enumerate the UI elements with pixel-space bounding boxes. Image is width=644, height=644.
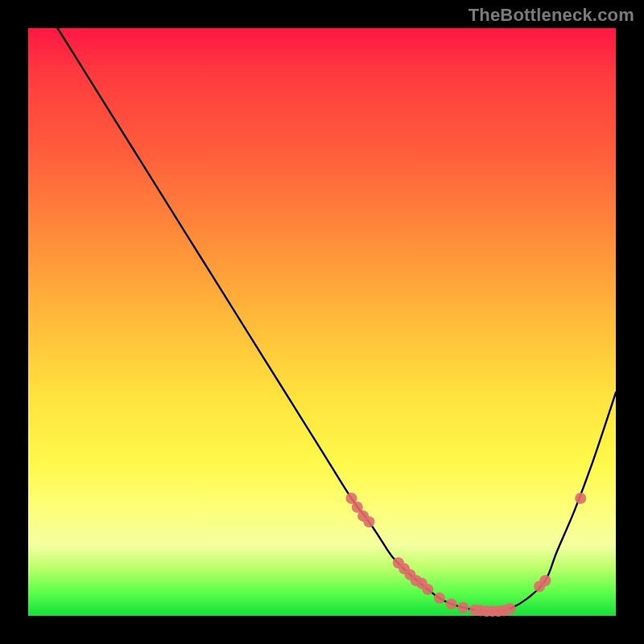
chart-svg	[28, 28, 616, 616]
data-marker	[434, 592, 445, 604]
data-marker	[363, 516, 374, 527]
data-marker	[446, 598, 457, 609]
data-markers	[346, 493, 587, 617]
data-marker	[505, 603, 516, 614]
data-marker	[457, 602, 469, 613]
data-marker	[422, 584, 433, 595]
data-marker	[575, 493, 586, 504]
watermark-text: TheBottleneck.com	[469, 5, 634, 26]
bottleneck-curve	[58, 28, 617, 612]
chart-frame: TheBottleneck.com	[0, 0, 644, 644]
data-marker	[539, 575, 551, 586]
plot-area	[28, 28, 616, 616]
